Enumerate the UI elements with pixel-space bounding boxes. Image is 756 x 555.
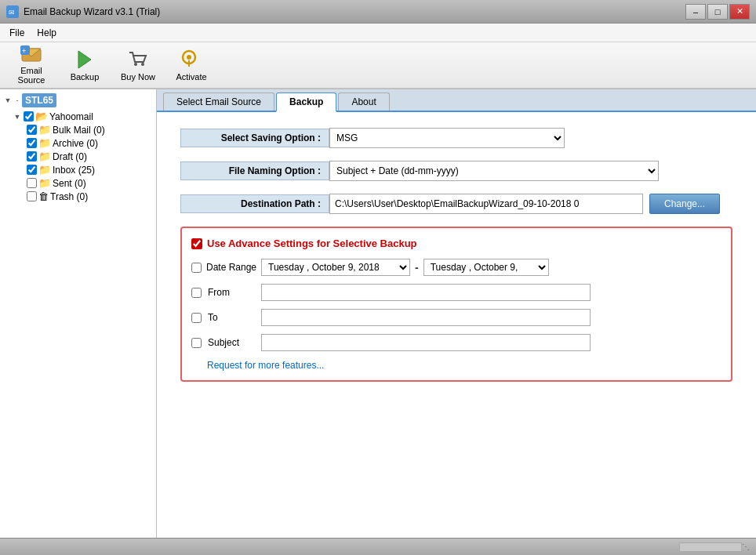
date-range-checkbox[interactable] [191,263,202,273]
toolbar-email-source[interactable]: + Email Source [6,45,56,85]
check-yahoomail[interactable] [24,111,34,122]
to-row: To [191,309,721,326]
advanced-header: Use Advance Settings for Selective Backu… [191,238,721,249]
date-range-label: Date Range [206,262,256,273]
label-bulk-mail: Bulk Mail (0) [53,125,105,136]
request-link[interactable]: Request for more features... [207,360,324,371]
check-bulk-mail[interactable] [27,125,37,135]
main-container: ▼ - STL65 ▼ 📂 Yahoomail 📁 Bulk Mail (0) … [0,89,756,538]
subject-label: Subject [208,337,255,348]
right-panel: Select Email Source Backup About Select … [157,89,756,538]
tree-item-sent[interactable]: 📁 Sent (0) [3,176,153,190]
from-checkbox[interactable] [191,288,202,298]
minimize-button[interactable]: – [685,4,706,20]
email-source-icon: + [20,45,42,64]
tab-backup-label: Backup [289,96,323,107]
tab-content-backup: Select Saving Option : MSG EML PDF HTML … [157,112,756,538]
from-row: From [191,284,721,301]
maximize-button[interactable]: □ [707,4,728,20]
check-sent[interactable] [27,178,37,188]
tab-backup[interactable]: Backup [276,92,336,112]
menu-file[interactable]: File [3,26,31,40]
expand-yahoomail[interactable]: ▼ [13,112,22,122]
date-separator: - [415,261,419,274]
close-button[interactable]: ✕ [729,4,750,20]
check-archive[interactable] [27,138,37,148]
advanced-settings-box: Use Advance Settings for Selective Backu… [180,227,732,382]
tree-item-inbox[interactable]: 📁 Inbox (25) [3,163,153,176]
subject-checkbox[interactable] [191,338,202,348]
menu-help[interactable]: Help [31,26,63,40]
folder-bulk-mail-icon: 📁 [38,124,51,136]
title-bar: ✉ Email Backup Wizard v3.1 (Trial) – □ ✕ [0,0,756,24]
destination-row: Destination Path : Change... [180,194,732,214]
advanced-checkbox[interactable] [191,238,202,249]
tab-select-email-source-label: Select Email Source [176,96,261,107]
file-naming-row: File Naming Option : Subject + Date (dd-… [180,161,732,181]
folder-yahoomail-icon: 📂 [35,111,48,122]
scroll-indicator[interactable] [679,542,742,552]
toolbar-backup[interactable]: Backup [60,45,110,85]
menu-bar: File Help [0,24,756,42]
file-naming-select[interactable]: Subject + Date (dd-mm-yyyy) Subject Only… [329,161,659,181]
toolbar: + Email Source Backup Buy Now [0,42,756,89]
window-controls: – □ ✕ [685,4,750,20]
destination-input[interactable] [329,194,643,214]
folder-archive-icon: 📁 [38,137,51,149]
saving-option-select[interactable]: MSG EML PDF HTML MHT DOC PST [329,128,565,148]
toolbar-backup-label: Backup [71,72,100,82]
svg-point-8 [141,63,144,66]
tree-item-archive[interactable]: 📁 Archive (0) [3,136,153,150]
to-checkbox[interactable] [191,313,202,323]
saving-option-label: Select Saving Option : [180,129,329,147]
tree-item-trash[interactable]: 🗑 Trash (0) [3,190,153,203]
folder-trash-icon: 🗑 [38,190,49,202]
svg-text:+: + [22,47,26,55]
toolbar-email-source-label: Email Source [9,66,54,85]
subject-row: Subject [191,334,721,351]
tree-item-bulk-mail[interactable]: 📁 Bulk Mail (0) [3,123,153,136]
tabs-bar: Select Email Source Backup About [157,89,756,112]
date-from-select[interactable]: Tuesday , October 9, 2018 [261,259,410,276]
check-draft[interactable] [27,151,37,161]
label-archive: Archive (0) [53,138,98,149]
folder-draft-icon: 📁 [38,151,51,162]
to-input[interactable] [261,309,591,326]
label-sent: Sent (0) [53,178,86,189]
from-input[interactable] [261,284,591,301]
toolbar-activate-label: Activate [176,72,206,82]
folder-inbox-icon: 📁 [38,164,51,176]
change-button[interactable]: Change... [649,194,720,214]
tree-item-draft[interactable]: 📁 Draft (0) [3,150,153,163]
from-label: From [208,287,255,298]
svg-rect-10 [188,60,190,67]
check-inbox[interactable] [27,165,37,175]
backup-icon [74,49,96,71]
tree-expand-root[interactable]: ▼ [3,96,13,105]
status-bar: ⋱ [0,538,756,555]
request-link-container: Request for more features... [191,359,721,371]
toolbar-activate[interactable]: Activate [166,45,216,85]
saving-option-row: Select Saving Option : MSG EML PDF HTML … [180,128,732,148]
label-trash: Trash (0) [50,191,88,202]
tab-about-label: About [351,96,376,107]
check-trash[interactable] [27,191,37,201]
tree-root[interactable]: ▼ - STL65 [3,92,153,108]
date-range-row: Date Range Tuesday , October 9, 2018 - T… [191,259,721,276]
label-draft: Draft (0) [53,151,87,162]
advanced-label: Use Advance Settings for Selective Backu… [207,238,417,249]
resize-grip: ⋱ [742,542,750,551]
tree-root-label: STL65 [22,93,56,107]
svg-marker-6 [78,51,91,68]
file-naming-label: File Naming Option : [180,161,329,180]
tab-about[interactable]: About [338,92,389,111]
label-yahoomail: Yahoomail [49,111,93,122]
svg-point-11 [187,55,191,60]
toolbar-buy-now[interactable]: Buy Now [113,45,163,85]
subject-input[interactable] [261,334,591,351]
date-to-select[interactable]: Tuesday , October 9, [423,259,549,276]
label-inbox: Inbox (25) [53,165,95,176]
activate-icon [180,49,202,71]
tab-select-email-source[interactable]: Select Email Source [163,92,274,111]
tree-item-yahoomail[interactable]: ▼ 📂 Yahoomail [3,110,153,123]
